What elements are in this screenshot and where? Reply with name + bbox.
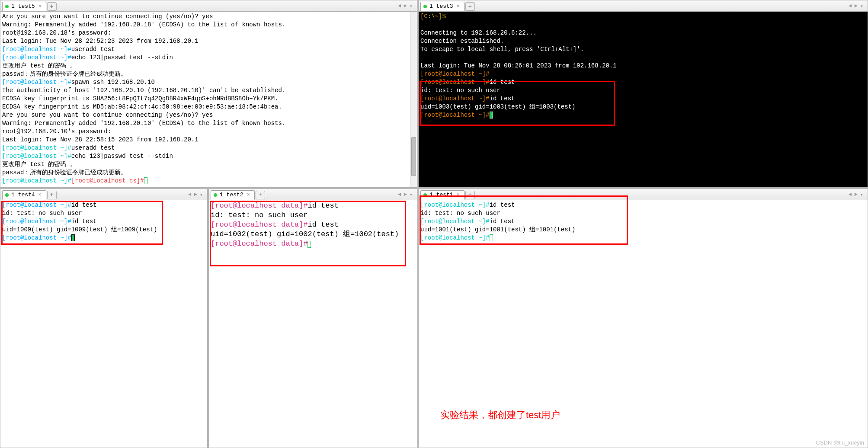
new-tab-button[interactable]: + [47,191,57,199]
terminal-output[interactable]: [C:\~]$ Connecting to 192.168.20.6:22...… [419,12,868,187]
tab-next-icon[interactable]: ► [193,192,198,198]
tab-menu-icon[interactable]: ▾ [409,192,413,198]
close-icon[interactable]: × [456,192,461,198]
pane-test4: 1 test4 × + ◄ ► ▾ [root@localhost ~]#id … [0,189,208,448]
close-icon[interactable]: × [246,192,251,198]
close-icon[interactable]: × [456,3,461,10]
terminal-output[interactable]: [root@localhost data]#id testid: test: n… [209,200,417,448]
plus-icon: + [468,192,472,198]
status-dot-icon [423,193,427,197]
tab-label: 1 test5 [11,3,35,10]
plus-icon: + [468,3,472,10]
new-tab-button[interactable]: + [465,191,475,199]
status-dot-icon [5,193,9,197]
plus-icon: + [50,192,54,198]
tab-menu-icon[interactable]: ▾ [859,192,864,198]
tab-prev-icon[interactable]: ◄ [397,3,402,10]
new-tab-button[interactable]: + [47,2,57,11]
tab-bar: 1 test2 × + ◄ ► ▾ [209,189,417,200]
tab-label: 1 test3 [429,3,453,10]
tab-test3[interactable]: 1 test3 × [420,2,464,11]
plus-icon: + [259,192,262,198]
tab-prev-icon[interactable]: ◄ [187,192,192,198]
tab-test4[interactable]: 1 test4 × [2,190,46,200]
tab-nav-arrows: ◄ ► ▾ [848,192,866,198]
plus-icon: + [50,3,54,10]
tab-nav-arrows: ◄ ► ▾ [397,192,415,198]
tab-prev-icon[interactable]: ◄ [848,3,852,10]
pane-test1: 1 test1 × + ◄ ► ▾ [root@localhost ~]#id … [418,189,868,448]
scrollbar-thumb[interactable] [411,137,416,176]
tab-next-icon[interactable]: ► [403,3,408,10]
pane-test3: 1 test3 × + ◄ ► ▾ [C:\~]$ Connecting to … [418,0,868,188]
tab-label: 1 test4 [11,192,35,198]
status-dot-icon [423,5,427,8]
tab-bar: 1 test1 × + ◄ ► ▾ [419,189,868,200]
terminal-output[interactable]: [root@localhost ~]#id testid: test: no s… [0,200,207,448]
tab-next-icon[interactable]: ► [403,192,408,198]
new-tab-button[interactable]: + [465,2,475,11]
tab-menu-icon[interactable]: ▾ [199,192,204,198]
tab-nav-arrows: ◄ ► ▾ [187,192,205,198]
status-dot-icon [214,193,217,197]
pane-test2: 1 test2 × + ◄ ► ▾ [root@localhost data]#… [208,189,417,448]
close-icon[interactable]: × [38,192,42,198]
tab-test5[interactable]: 1 test5 × [2,2,46,11]
tab-nav-arrows: ◄ ► ▾ [397,3,415,10]
scrollbar[interactable] [410,12,417,187]
annotation-text: 实验结果，都创建了test用户 [440,409,560,422]
tab-bar: 1 test4 × + ◄ ► ▾ [0,189,207,200]
tab-test1[interactable]: 1 test1 × [420,190,464,200]
new-tab-button[interactable]: + [256,191,265,199]
tab-prev-icon[interactable]: ◄ [397,192,402,198]
tab-prev-icon[interactable]: ◄ [848,192,852,198]
tab-label: 1 test2 [220,192,243,198]
pane-test5: 1 test5 × + ◄ ► ▾ Are you sure you want … [0,0,417,188]
watermark: CSDN @liu_xueyin [816,439,864,446]
tab-bar: 1 test5 × + ◄ ► ▾ [0,0,417,12]
tab-menu-icon[interactable]: ▾ [409,3,413,10]
tab-nav-arrows: ◄ ► ▾ [848,3,866,10]
tab-next-icon[interactable]: ► [854,3,858,10]
status-dot-icon [5,5,9,8]
tab-test2[interactable]: 1 test2 × [211,190,255,200]
tab-label: 1 test1 [429,192,453,198]
tab-next-icon[interactable]: ► [854,192,858,198]
terminal-output[interactable]: Are you sure you want to continue connec… [0,12,417,187]
tab-menu-icon[interactable]: ▾ [859,3,864,10]
close-icon[interactable]: × [38,3,42,10]
tab-bar: 1 test3 × + ◄ ► ▾ [419,0,868,12]
